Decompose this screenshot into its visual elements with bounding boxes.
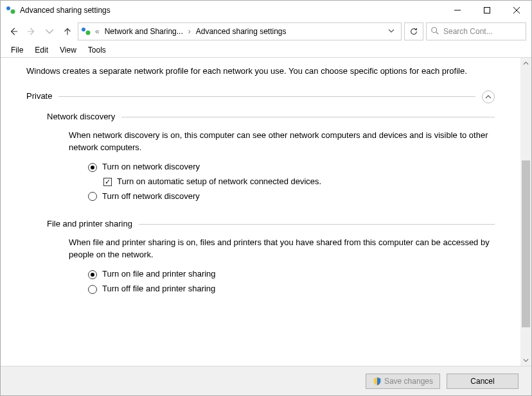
save-changes-label: Save changes	[384, 377, 433, 386]
footer: Save changes Cancel	[1, 366, 531, 395]
checkbox-label: Turn on automatic setup of network conne…	[117, 176, 321, 188]
subsection-file-printer-header: File and printer sharing	[47, 218, 495, 230]
svg-point-0	[6, 6, 10, 10]
window-title: Advanced sharing settings	[20, 6, 111, 15]
svg-point-5	[432, 27, 437, 32]
svg-point-3	[82, 28, 85, 31]
close-button[interactable]	[502, 1, 531, 20]
address-bar[interactable]: « Network and Sharing... › Advanced shar…	[78, 22, 402, 40]
up-button[interactable]	[60, 24, 75, 39]
network-discovery-label: Network discovery	[47, 111, 115, 123]
forward-button[interactable]	[24, 24, 39, 39]
checkbox-icon	[103, 178, 112, 186]
divider	[58, 96, 475, 97]
scroll-up-icon[interactable]	[520, 58, 531, 69]
radio-icon	[88, 163, 97, 172]
radio-label: Turn on file and printer sharing	[102, 268, 216, 280]
svg-point-4	[86, 31, 91, 35]
menu-tools[interactable]: Tools	[83, 44, 111, 56]
radio-label: Turn off file and printer sharing	[102, 283, 215, 295]
intro-text: Windows creates a separate network profi…	[26, 65, 495, 78]
menu-bar: File Edit View Tools	[1, 43, 531, 57]
radio-label: Turn off network discovery	[102, 191, 200, 203]
chevron-right-icon: ›	[187, 27, 192, 36]
refresh-button[interactable]	[404, 22, 423, 40]
radio-icon	[88, 192, 97, 201]
shield-icon	[373, 377, 382, 386]
search-box[interactable]	[426, 22, 526, 40]
scroll-down-icon[interactable]	[520, 355, 531, 366]
breadcrumb-overflow-icon[interactable]: «	[94, 27, 101, 36]
radio-file-printer-on[interactable]: Turn on file and printer sharing	[88, 268, 495, 280]
section-private-header[interactable]: Private	[26, 90, 495, 103]
subsection-network-discovery-header: Network discovery	[47, 111, 495, 123]
cancel-label: Cancel	[470, 377, 494, 386]
chevron-up-icon[interactable]	[482, 90, 495, 103]
breadcrumb-network-sharing[interactable]: Network and Sharing...	[102, 26, 186, 37]
radio-icon	[88, 270, 97, 279]
divider	[121, 117, 495, 117]
section-private-label: Private	[26, 90, 52, 103]
radio-icon	[88, 285, 97, 294]
titlebar: Advanced sharing settings	[1, 1, 531, 20]
divider	[139, 224, 495, 225]
checkbox-auto-setup[interactable]: Turn on automatic setup of network conne…	[103, 176, 495, 188]
scroll-thumb[interactable]	[522, 160, 530, 327]
save-changes-button[interactable]: Save changes	[366, 374, 440, 389]
network-sharing-icon	[6, 5, 16, 15]
search-input[interactable]	[443, 27, 522, 36]
svg-rect-2	[484, 8, 490, 13]
radio-label: Turn on network discovery	[102, 161, 200, 173]
radio-network-discovery-off[interactable]: Turn off network discovery	[88, 191, 495, 203]
recent-dropdown-icon[interactable]	[42, 24, 57, 39]
network-discovery-desc: When network discovery is on, this compu…	[69, 130, 493, 154]
radio-network-discovery-on[interactable]: Turn on network discovery	[88, 161, 495, 173]
maximize-button[interactable]	[472, 1, 502, 20]
address-dropdown-icon[interactable]	[384, 27, 398, 36]
breadcrumb-advanced-sharing[interactable]: Advanced sharing settings	[193, 26, 289, 37]
menu-edit[interactable]: Edit	[30, 44, 53, 56]
file-printer-desc: When file and printer sharing is on, fil…	[69, 237, 493, 261]
search-icon	[430, 26, 439, 37]
vertical-scrollbar[interactable]	[520, 58, 531, 366]
network-sharing-icon	[81, 26, 91, 37]
menu-view[interactable]: View	[55, 44, 82, 56]
file-printer-label: File and printer sharing	[47, 218, 132, 230]
minimize-button[interactable]	[443, 1, 472, 20]
content-pane: Windows creates a separate network profi…	[1, 58, 520, 366]
menu-file[interactable]: File	[6, 44, 28, 56]
nav-row: « Network and Sharing... › Advanced shar…	[1, 20, 531, 43]
cancel-button[interactable]: Cancel	[447, 374, 519, 389]
back-button[interactable]	[6, 24, 21, 39]
radio-file-printer-off[interactable]: Turn off file and printer sharing	[88, 283, 495, 295]
svg-point-1	[11, 10, 15, 14]
